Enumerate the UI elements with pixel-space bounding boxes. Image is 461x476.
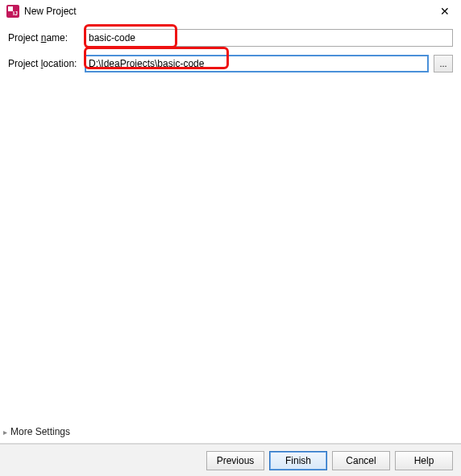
project-name-input[interactable] [85, 29, 453, 47]
more-settings-toggle[interactable]: ▸ More Settings [3, 426, 70, 437]
chevron-right-icon: ▸ [3, 428, 7, 437]
project-location-label: Project location: [8, 58, 85, 69]
dialog-content: Project name: Project location: ... [0, 23, 461, 72]
close-button[interactable]: ✕ [429, 0, 461, 23]
browse-location-button[interactable]: ... [434, 55, 453, 72]
previous-button[interactable]: Previous [206, 451, 264, 470]
app-icon: IJ [6, 5, 19, 18]
cancel-button[interactable]: Cancel [332, 451, 390, 470]
project-name-row: Project name: [8, 29, 453, 47]
dialog-title: New Project [24, 6, 77, 17]
svg-text:IJ: IJ [13, 10, 18, 16]
project-location-input[interactable] [85, 55, 429, 72]
project-name-label: Project name: [8, 32, 85, 43]
more-settings-label: More Settings [10, 426, 70, 437]
project-location-row: Project location: ... [8, 55, 453, 72]
finish-button[interactable]: Finish [269, 451, 327, 470]
titlebar: IJ New Project ✕ [0, 0, 461, 23]
help-button[interactable]: Help [395, 451, 453, 470]
close-icon: ✕ [440, 5, 450, 18]
button-bar: Previous Finish Cancel Help [0, 444, 461, 476]
